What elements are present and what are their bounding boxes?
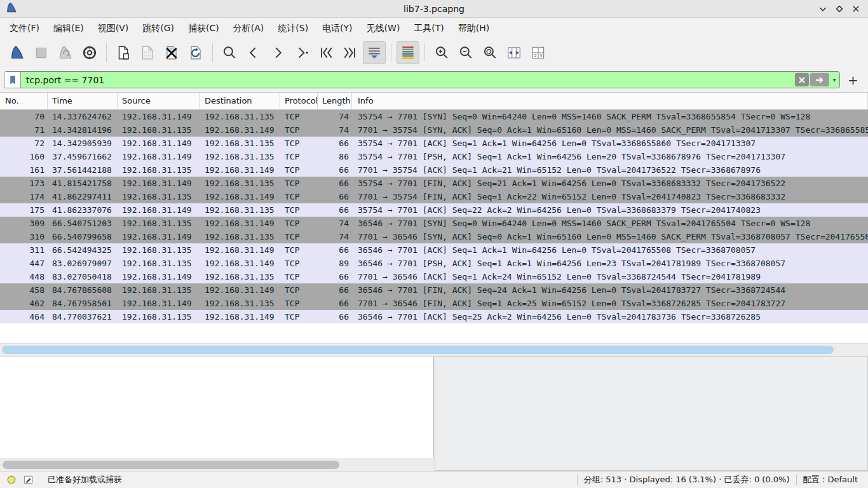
packet-cell-destination: 192.168.31.149 <box>200 190 280 203</box>
filter-apply-button[interactable] <box>810 73 829 86</box>
close-file-icon <box>163 44 180 61</box>
zoom-out-button[interactable] <box>454 41 477 64</box>
packet-cell-source: 192.168.31.149 <box>118 270 200 283</box>
add-filter-button[interactable]: + <box>848 74 858 86</box>
zoom-reset-icon <box>482 44 498 61</box>
packet-cell-destination: 192.168.31.149 <box>200 283 280 297</box>
status-separator <box>577 475 578 485</box>
packet-cell-time: 37.561442188 <box>48 163 118 177</box>
packet-cell-info: 7701 → 36546 [FIN, ACK] Seq=1 Ack=25 Win… <box>352 297 868 310</box>
packet-cell-time: 14.342905939 <box>48 137 118 150</box>
packet-row[interactable]: 44783.026979097192.168.31.135192.168.31.… <box>0 257 868 270</box>
filter-apply-dropdown[interactable]: ▾ <box>829 73 839 86</box>
layout-button[interactable]: 123 <box>527 41 550 64</box>
packet-row[interactable]: 46284.767958501192.168.31.149192.168.31.… <box>0 297 868 310</box>
packet-cell-destination: 192.168.31.149 <box>200 243 280 257</box>
column-header-time[interactable]: Time <box>48 93 118 109</box>
packet-details-hscrollbar-thumb[interactable] <box>3 461 339 469</box>
start-capture-icon <box>9 44 25 61</box>
packet-cell-info: 36546 → 7701 [ACK] Seq=25 Ack=2 Win=6425… <box>352 310 868 323</box>
find-packet-button[interactable] <box>218 41 241 64</box>
display-filter-input[interactable] <box>21 75 795 85</box>
window-title: lib7-3.pcapng <box>0 4 868 14</box>
go-first-button[interactable] <box>315 41 337 64</box>
auto-scroll-button[interactable] <box>363 41 386 64</box>
packet-cell-length: 74 <box>318 110 352 123</box>
find-packet-icon <box>221 44 238 61</box>
packet-row[interactable]: 16037.459671662192.168.31.149192.168.31.… <box>0 150 868 163</box>
column-header-no[interactable]: No. <box>0 93 48 109</box>
packet-details-hscrollbar[interactable] <box>0 458 434 471</box>
packet-row[interactable]: 46484.770037621192.168.31.135192.168.31.… <box>0 310 868 323</box>
menu-item[interactable]: 帮助(H) <box>451 18 496 37</box>
clear-filter-icon <box>798 76 806 84</box>
column-header-destination[interactable]: Destination <box>200 93 280 109</box>
go-last-button[interactable] <box>339 41 362 64</box>
packet-cell-destination: 192.168.31.135 <box>200 297 280 310</box>
packet-cell-protocol: TCP <box>280 310 318 323</box>
packet-row[interactable]: 30966.540751203192.168.31.135192.168.31.… <box>0 217 868 230</box>
filter-clear-button[interactable] <box>795 73 809 86</box>
column-header-protocol[interactable]: Protocol <box>280 93 318 109</box>
menu-item[interactable]: 分析(A) <box>226 18 271 37</box>
menu-item[interactable]: 编辑(E) <box>46 18 91 37</box>
filter-bookmark-button[interactable] <box>4 72 21 88</box>
status-packet-stats: 分组: 513 · Displayed: 16 (3.1%) · 已丢弃: 0 … <box>584 474 790 485</box>
minimize-button[interactable] <box>815 1 831 17</box>
packet-row[interactable]: 7214.342905939192.168.31.149192.168.31.1… <box>0 137 868 150</box>
packet-cell-protocol: TCP <box>280 203 318 217</box>
resize-columns-button[interactable] <box>503 41 526 64</box>
column-header-source[interactable]: Source <box>118 93 200 109</box>
close-file-button[interactable] <box>160 41 183 64</box>
packet-row[interactable]: 7014.337624762192.168.31.149192.168.31.1… <box>0 110 868 123</box>
packet-row[interactable]: 44883.027050418192.168.31.149192.168.31.… <box>0 270 868 283</box>
capture-options-button[interactable] <box>78 41 101 64</box>
maximize-button[interactable] <box>831 1 848 17</box>
packet-row[interactable]: 17441.862297411192.168.31.135192.168.31.… <box>0 190 868 203</box>
packet-cell-source: 192.168.31.135 <box>118 243 200 257</box>
menu-item[interactable]: 统计(S) <box>271 18 315 37</box>
close-button[interactable] <box>848 1 864 17</box>
packet-cell-time: 66.540799658 <box>48 230 118 243</box>
reload-file-button[interactable] <box>184 41 207 64</box>
go-forward-button[interactable] <box>266 41 289 64</box>
packet-cell-length: 66 <box>318 270 352 283</box>
menu-item[interactable]: 捕获(C) <box>181 18 226 37</box>
packet-cell-protocol: TCP <box>280 177 318 190</box>
display-filter-field[interactable]: ▾ <box>4 71 840 88</box>
maximize-icon <box>834 3 845 15</box>
menu-item[interactable]: 电话(Y) <box>315 18 359 37</box>
zoom-reset-button[interactable] <box>478 41 501 64</box>
open-file-button[interactable] <box>112 41 135 64</box>
column-header-info[interactable]: Info <box>352 93 868 109</box>
status-profile[interactable]: 配置：Default <box>803 474 858 485</box>
packet-row[interactable]: 31166.542494325192.168.31.135192.168.31.… <box>0 243 868 257</box>
minimize-icon <box>817 3 829 15</box>
menu-item[interactable]: 工具(T) <box>407 18 451 37</box>
menu-item[interactable]: 无线(W) <box>360 18 407 37</box>
packet-row[interactable]: 7114.342814196192.168.31.135192.168.31.1… <box>0 123 868 137</box>
go-back-button[interactable] <box>242 41 265 64</box>
packet-row[interactable]: 17341.815421758192.168.31.149192.168.31.… <box>0 177 868 190</box>
packet-list-hscrollbar[interactable] <box>0 343 868 356</box>
packet-cell-protocol: TCP <box>280 270 318 283</box>
packet-cell-destination: 192.168.31.135 <box>200 137 280 150</box>
zoom-in-button[interactable] <box>430 41 453 64</box>
capture-comment-button[interactable] <box>23 474 34 485</box>
go-last-icon <box>342 44 358 61</box>
packet-cell-length: 66 <box>318 163 352 177</box>
colorize-button[interactable] <box>397 41 419 64</box>
packet-row[interactable]: 17541.862337076192.168.31.149192.168.31.… <box>0 203 868 217</box>
column-header-length[interactable]: Length <box>318 93 352 109</box>
expert-info-button[interactable] <box>6 475 17 485</box>
menu-item[interactable]: 视图(V) <box>91 18 136 37</box>
go-to-packet-button[interactable] <box>290 41 313 64</box>
start-capture-button[interactable] <box>6 41 29 64</box>
packet-row[interactable]: 45884.767865608192.168.31.135192.168.31.… <box>0 283 868 297</box>
packet-cell-no: 173 <box>0 177 48 190</box>
packet-list-hscrollbar-thumb[interactable] <box>2 346 834 354</box>
packet-row[interactable]: 16137.561442188192.168.31.135192.168.31.… <box>0 163 868 177</box>
menu-item[interactable]: 跳转(G) <box>135 18 181 37</box>
menu-item[interactable]: 文件(F) <box>3 18 46 37</box>
packet-row[interactable]: 31066.540799658192.168.31.149192.168.31.… <box>0 230 868 243</box>
